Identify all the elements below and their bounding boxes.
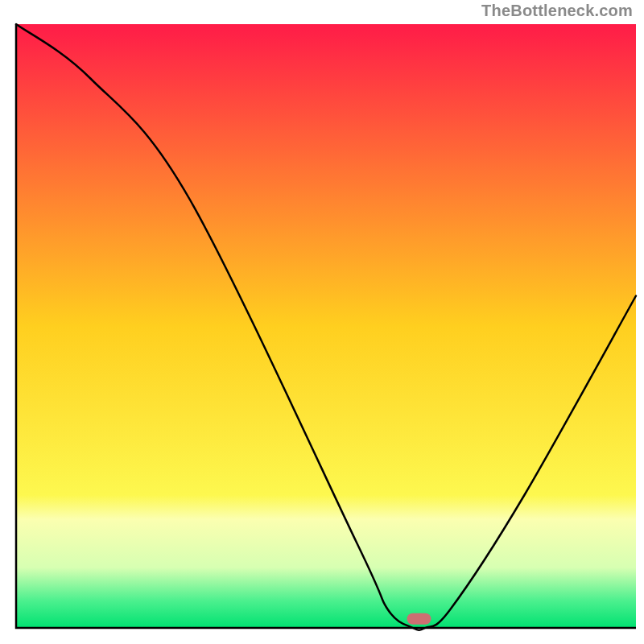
optimal-point-marker bbox=[407, 613, 431, 625]
chart-container: TheBottleneck.com bbox=[0, 0, 644, 644]
plot-area bbox=[16, 24, 636, 630]
bottleneck-chart bbox=[0, 0, 644, 644]
gradient-background bbox=[16, 24, 636, 628]
